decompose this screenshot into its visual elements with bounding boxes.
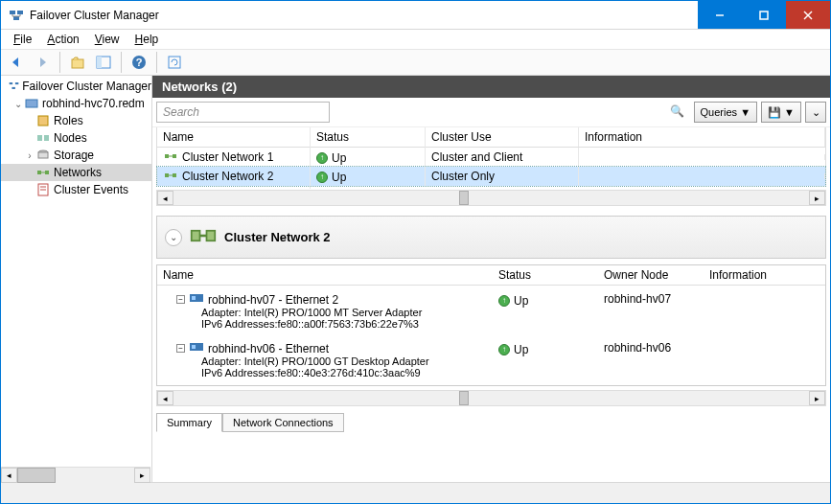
menu-help[interactable]: Help xyxy=(128,32,166,47)
events-icon xyxy=(35,182,51,197)
scroll-thumb[interactable] xyxy=(459,391,469,405)
svg-rect-17 xyxy=(38,116,48,126)
tree-roles[interactable]: Roles xyxy=(1,112,151,129)
cell-name: Cluster Network 2 xyxy=(182,169,273,182)
menu-file[interactable]: File xyxy=(7,32,38,47)
collapse-icon[interactable]: − xyxy=(176,295,185,304)
col-status[interactable]: Status xyxy=(493,265,598,285)
chevron-down-icon[interactable]: ⌄ xyxy=(12,99,24,109)
col-name[interactable]: Name xyxy=(157,265,493,285)
conn-adapter: Adapter: Intel(R) PRO/1000 MT Server Ada… xyxy=(163,307,487,318)
tree-nodes[interactable]: Nodes xyxy=(1,129,151,147)
collapse-icon[interactable]: − xyxy=(176,344,185,353)
tab-summary[interactable]: Summary xyxy=(156,413,222,432)
maximize-button[interactable] xyxy=(742,1,786,29)
tree-label: Failover Cluster Manager xyxy=(22,80,151,93)
col-info[interactable]: Information xyxy=(704,265,825,285)
col-info[interactable]: Information xyxy=(579,127,825,147)
tree-cluster[interactable]: ⌄ robhind-hvc70.redm xyxy=(1,95,151,112)
scroll-right-icon[interactable]: ▸ xyxy=(134,468,150,483)
svg-rect-9 xyxy=(97,57,102,68)
save-button[interactable]: 💾 ▼ xyxy=(761,102,801,123)
col-status[interactable]: Status xyxy=(311,127,426,147)
scroll-thumb[interactable] xyxy=(459,191,469,205)
conn-status: Up xyxy=(514,294,528,308)
back-button[interactable] xyxy=(5,51,28,74)
scroll-thumb[interactable] xyxy=(17,468,56,483)
tree-h-scrollbar[interactable]: ◂ ▸ xyxy=(1,467,150,483)
menu-action[interactable]: Action xyxy=(40,32,85,47)
svg-rect-18 xyxy=(37,135,42,141)
connection-row[interactable]: −robhind-hv07 - Ethernet 2 Adapter: Inte… xyxy=(157,289,825,332)
chevron-right-icon[interactable]: › xyxy=(24,150,35,161)
tree-root[interactable]: Failover Cluster Manager xyxy=(1,78,151,95)
scroll-left-icon[interactable]: ◂ xyxy=(1,468,17,483)
connections-header: Name Status Owner Node Information xyxy=(157,265,825,286)
tree-label: Networks xyxy=(54,166,102,179)
main-panel: Networks (2) 🔍 Queries ▼ 💾 ▼ ⌄ Name Stat… xyxy=(152,76,830,482)
col-owner[interactable]: Owner Node xyxy=(598,265,704,285)
svg-rect-1 xyxy=(17,11,23,14)
scroll-left-icon[interactable]: ◂ xyxy=(157,391,173,405)
scroll-right-icon[interactable]: ▸ xyxy=(809,191,825,205)
window-title: Failover Cluster Manager xyxy=(30,9,698,22)
search-input[interactable] xyxy=(156,102,330,123)
networks-list: Name Status Cluster Use Information Clus… xyxy=(156,127,826,186)
expand-button[interactable]: ⌄ xyxy=(805,102,826,123)
conn-h-scrollbar[interactable]: ◂ ▸ xyxy=(156,390,826,406)
menu-bar: File Action View Help xyxy=(1,30,830,49)
search-icon[interactable]: 🔍 xyxy=(670,104,684,118)
close-button[interactable] xyxy=(786,1,830,29)
minimize-button[interactable] xyxy=(698,1,742,29)
svg-rect-23 xyxy=(45,171,49,174)
refresh-button[interactable] xyxy=(163,51,186,74)
tree-networks[interactable]: Networks xyxy=(1,164,151,181)
navigation-tree[interactable]: Failover Cluster Manager ⌄ robhind-hvc70… xyxy=(1,76,152,482)
up-icon: ↑ xyxy=(498,295,510,307)
conn-adapter: Adapter: Intel(R) PRO/1000 GT Desktop Ad… xyxy=(163,355,487,367)
tree-storage[interactable]: › Storage xyxy=(1,147,151,164)
tree-cluster-events[interactable]: Cluster Events xyxy=(1,181,151,198)
title-bar: Failover Cluster Manager xyxy=(1,1,830,30)
svg-rect-12 xyxy=(169,57,180,68)
networks-icon xyxy=(35,165,51,180)
svg-rect-34 xyxy=(192,231,200,241)
list-row[interactable]: Cluster Network 2 ↑Up Cluster Only xyxy=(157,167,825,186)
queries-button[interactable]: Queries ▼ xyxy=(694,102,757,123)
up-icon: ↑ xyxy=(316,172,328,183)
storage-icon xyxy=(35,148,51,163)
toolbar-separator xyxy=(156,52,157,73)
tree-label: Storage xyxy=(54,149,94,162)
svg-rect-21 xyxy=(38,152,48,158)
up-button[interactable] xyxy=(66,51,89,74)
svg-rect-31 xyxy=(165,173,169,177)
scroll-right-icon[interactable]: ▸ xyxy=(809,391,825,405)
connection-row[interactable]: −robhind-hv06 - Ethernet Adapter: Intel(… xyxy=(157,338,825,381)
conn-name: robhind-hv07 - Ethernet 2 xyxy=(208,293,338,307)
toolbar-separator xyxy=(121,52,122,73)
detail-header: ⌄ Cluster Network 2 xyxy=(156,216,826,259)
conn-name: robhind-hv06 - Ethernet xyxy=(208,342,329,355)
list-h-scrollbar[interactable]: ◂ ▸ xyxy=(156,190,826,206)
scroll-left-icon[interactable]: ◂ xyxy=(157,191,173,205)
col-use[interactable]: Cluster Use xyxy=(426,127,579,147)
conn-info xyxy=(704,338,825,381)
tree-label: Nodes xyxy=(54,131,87,145)
cell-use: Cluster Only xyxy=(426,167,579,186)
help-button[interactable]: ? xyxy=(127,51,150,74)
tab-network-connections[interactable]: Network Connections xyxy=(222,413,344,432)
forward-button[interactable] xyxy=(31,51,54,74)
svg-rect-28 xyxy=(165,154,169,158)
col-name[interactable]: Name xyxy=(157,127,311,147)
menu-view[interactable]: View xyxy=(88,32,127,47)
cell-use: Cluster and Client xyxy=(426,148,579,167)
show-hide-tree-button[interactable] xyxy=(92,51,115,74)
status-bar xyxy=(1,482,830,503)
cell-status: Up xyxy=(332,151,346,165)
svg-rect-14 xyxy=(15,83,18,85)
toolbar: ? xyxy=(1,49,830,76)
collapse-icon[interactable]: ⌄ xyxy=(165,229,182,246)
conn-info xyxy=(704,289,825,332)
nic-icon xyxy=(189,341,204,355)
svg-rect-15 xyxy=(12,87,15,89)
